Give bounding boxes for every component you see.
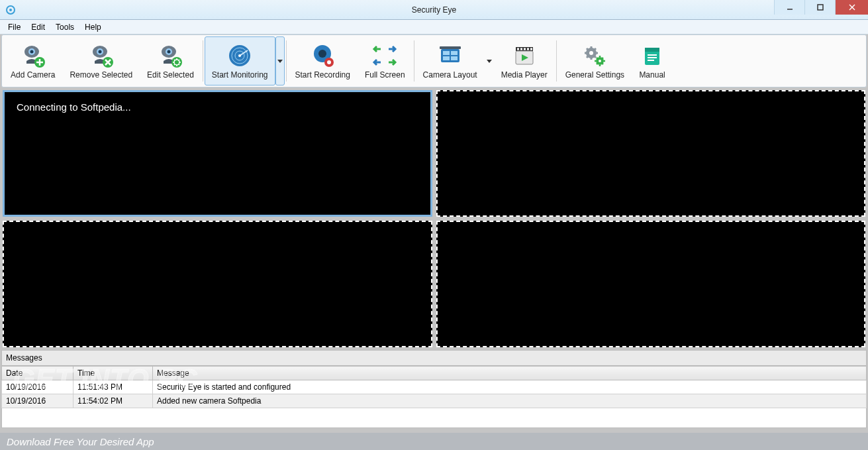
- toolbar-separator: [286, 40, 287, 82]
- toolbar-label: Start Recording: [295, 70, 350, 80]
- menubar: File Edit Tools Help: [0, 20, 868, 34]
- camera-slot-3[interactable]: [3, 221, 432, 347]
- table-row[interactable]: 10/19/2016 11:51:43 PM Security Eye is s…: [2, 380, 867, 394]
- app-icon: [5, 5, 16, 15]
- menu-help[interactable]: Help: [79, 21, 107, 33]
- full-screen-button[interactable]: Full Screen: [358, 36, 412, 85]
- watermark-footer-text: Download Free Your Desired App: [7, 436, 154, 447]
- svg-rect-27: [443, 51, 450, 55]
- messages-panel-title: Messages: [1, 350, 867, 366]
- layout-grid-icon: [437, 42, 463, 69]
- svg-rect-46: [648, 57, 657, 58]
- cell-time: 11:54:02 PM: [73, 394, 153, 408]
- media-player-button[interactable]: Media Player: [494, 36, 555, 85]
- cell-message: Added new camera Softpedia: [153, 394, 867, 408]
- webcam-edit-icon: [157, 42, 183, 69]
- table-row[interactable]: 10/19/2016 11:54:02 PM Added new camera …: [2, 394, 867, 408]
- media-player-icon: [511, 42, 538, 69]
- column-header-message[interactable]: Message: [153, 366, 867, 380]
- edit-selected-button[interactable]: Edit Selected: [140, 36, 201, 85]
- toolbar-label: Full Screen: [365, 70, 405, 80]
- menu-file[interactable]: File: [3, 21, 26, 33]
- toolbar-label: Add Camera: [11, 70, 55, 80]
- svg-rect-44: [645, 48, 659, 52]
- settings-gears-icon: [581, 42, 608, 69]
- svg-rect-3: [818, 5, 823, 10]
- add-camera-button[interactable]: Add Camera: [3, 36, 62, 85]
- svg-point-12: [98, 50, 101, 54]
- svg-rect-37: [530, 48, 532, 50]
- svg-rect-36: [527, 48, 529, 50]
- svg-point-23: [318, 50, 326, 58]
- svg-point-8: [30, 50, 33, 54]
- window-controls: [774, 0, 868, 15]
- svg-point-40: [589, 51, 593, 55]
- svg-rect-31: [440, 46, 461, 49]
- svg-rect-30: [451, 56, 458, 60]
- toolbar-label: Remove Selected: [70, 70, 132, 80]
- close-button[interactable]: [835, 0, 868, 15]
- cell-message: Security Eye is started and configured: [153, 380, 867, 394]
- menu-edit[interactable]: Edit: [26, 21, 50, 33]
- camera-slot-4[interactable]: [436, 221, 866, 347]
- cell-date: 10/19/2016: [2, 394, 73, 408]
- svg-point-42: [599, 60, 601, 62]
- svg-rect-28: [451, 51, 458, 55]
- svg-point-25: [327, 60, 331, 64]
- column-header-time[interactable]: Time: [73, 366, 153, 380]
- general-settings-button[interactable]: General Settings: [558, 36, 632, 85]
- svg-point-16: [168, 50, 171, 54]
- cell-time: 11:51:43 PM: [73, 380, 153, 394]
- svg-point-1: [9, 9, 12, 11]
- manual-book-icon: [639, 42, 665, 69]
- webcam-add-icon: [20, 42, 46, 69]
- messages-table: Date Time Message 10/19/2016 11:51:43 PM…: [1, 366, 867, 408]
- camera-slot-1[interactable]: Connecting to Softpedia...: [3, 90, 432, 217]
- toolbar-label: General Settings: [565, 70, 624, 80]
- webcam-remove-icon: [88, 42, 115, 69]
- toolbar-separator: [414, 40, 414, 82]
- toolbar: Add Camera Remove Selected Edit Selected: [1, 34, 867, 87]
- toolbar-label: Camera Layout: [423, 70, 477, 80]
- camera-status-text: Connecting to Softpedia...: [17, 101, 131, 113]
- maximize-button[interactable]: [804, 0, 835, 15]
- camera-layout-button[interactable]: Camera Layout: [416, 36, 485, 85]
- svg-rect-33: [517, 48, 519, 50]
- manual-button[interactable]: Manual: [632, 36, 673, 85]
- remove-selected-button[interactable]: Remove Selected: [62, 36, 140, 85]
- messages-panel: Messages Date Time Message 10/19/2016 11…: [1, 350, 867, 428]
- start-recording-button[interactable]: Start Recording: [288, 36, 358, 85]
- toolbar-label: Manual: [639, 70, 665, 80]
- window-title: Security Eye: [412, 5, 456, 15]
- svg-rect-35: [524, 48, 526, 50]
- svg-rect-29: [443, 56, 450, 60]
- watermark-footer: Download Free Your Desired App: [0, 433, 868, 450]
- column-header-date[interactable]: Date: [2, 366, 73, 380]
- messages-empty-area: [1, 408, 867, 428]
- toolbar-separator: [556, 40, 557, 82]
- camera-slot-2[interactable]: [436, 90, 866, 217]
- camera-layout-dropdown[interactable]: [485, 36, 494, 85]
- toolbar-separator: [203, 40, 203, 82]
- svg-rect-47: [648, 60, 654, 61]
- toolbar-label: Media Player: [501, 70, 548, 80]
- minimize-button[interactable]: [774, 0, 804, 15]
- toolbar-label: Start Monitoring: [212, 70, 268, 80]
- camera-grid: Connecting to Softpedia...: [3, 90, 865, 347]
- menu-tools[interactable]: Tools: [50, 21, 79, 33]
- start-monitoring-button[interactable]: Start Monitoring: [205, 36, 275, 85]
- svg-rect-45: [648, 54, 657, 56]
- titlebar: Security Eye: [0, 0, 868, 20]
- toolbar-label: Edit Selected: [147, 70, 194, 80]
- start-monitoring-dropdown[interactable]: [275, 36, 285, 85]
- fullscreen-icon: [371, 42, 398, 69]
- cell-date: 10/19/2016: [2, 380, 73, 394]
- svg-rect-34: [520, 48, 522, 50]
- record-icon: [309, 42, 336, 69]
- radar-icon: [226, 42, 253, 69]
- svg-point-21: [238, 54, 241, 57]
